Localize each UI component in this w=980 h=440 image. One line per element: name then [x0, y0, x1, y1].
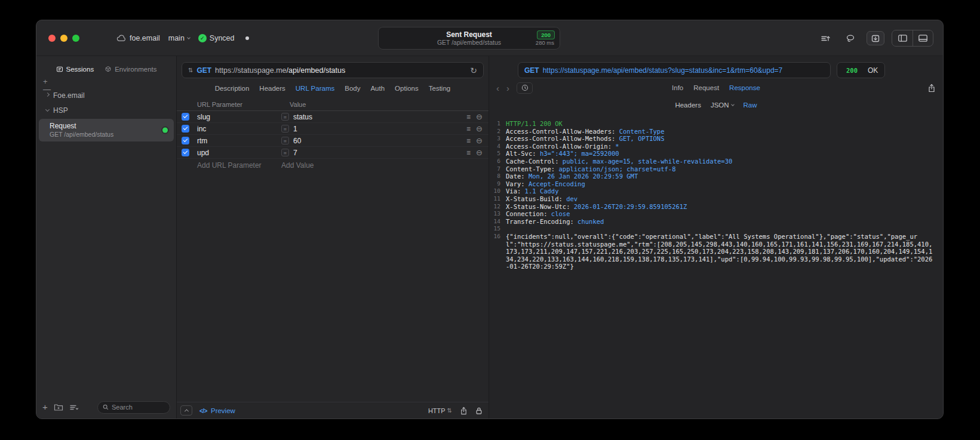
drag-handle-icon[interactable]: [466, 149, 471, 157]
sidebar-mini-controls: + —: [43, 78, 51, 93]
response-line: 9 Vary: Accept-Encoding: [491, 180, 936, 188]
subtab-json[interactable]: JSON: [711, 101, 734, 109]
drag-handle-icon[interactable]: [466, 125, 471, 133]
protocol-selector[interactable]: HTTP ⇅: [428, 407, 452, 414]
tab-environments[interactable]: Environments: [105, 66, 156, 73]
sent-request-pill[interactable]: Sent Request GET /api/embed/status 200 2…: [378, 27, 560, 50]
resend-request-icon[interactable]: ↻: [470, 66, 477, 75]
param-enabled-checkbox[interactable]: [182, 113, 189, 121]
protocol-label: HTTP: [428, 407, 446, 414]
tree-group-label: Foe.email: [53, 91, 85, 100]
param-value-field[interactable]: 7: [293, 149, 297, 157]
response-status-code: 200: [844, 60, 865, 81]
tab-auth[interactable]: Auth: [370, 85, 385, 92]
sent-request-title: Sent Request: [446, 30, 492, 39]
param-key-field[interactable]: upd: [197, 149, 281, 157]
remove-param-icon[interactable]: [476, 148, 483, 157]
preview-button[interactable]: Preview: [199, 407, 235, 414]
column-url-parameter: URL Parameter: [197, 101, 278, 108]
search-input[interactable]: Search: [97, 401, 170, 414]
add-param-value-placeholder[interactable]: Add Value: [281, 161, 314, 170]
toggle-sidebar-icon[interactable]: [892, 30, 913, 46]
drag-handle-icon[interactable]: [466, 113, 471, 121]
request-method[interactable]: GET: [196, 66, 211, 75]
tab-testing[interactable]: Testing: [429, 85, 450, 92]
response-line: 15: [491, 225, 936, 233]
drag-handle-icon[interactable]: [466, 137, 471, 145]
remove-param-icon[interactable]: [476, 136, 483, 145]
param-value-field[interactable]: status: [293, 113, 312, 121]
response-url-bar[interactable]: GET https://statuspage.me/api/embed/stat…: [518, 62, 831, 78]
expand-panel-button[interactable]: [180, 405, 192, 416]
request-list-item-selected[interactable]: Request GET /api/embed/status: [39, 119, 174, 141]
param-enabled-checkbox[interactable]: [182, 137, 189, 144]
ssl-lock-button[interactable]: [475, 407, 483, 415]
method-dropdown-icon[interactable]: ⇅: [188, 67, 193, 73]
add-param-key-placeholder[interactable]: Add URL Parameter: [197, 161, 281, 170]
tab-response[interactable]: Response: [729, 84, 760, 91]
param-key-field[interactable]: inc: [197, 125, 281, 133]
param-enabled-checkbox[interactable]: [182, 125, 189, 133]
sort-options-button[interactable]: [69, 404, 79, 411]
tab-sessions-label: Sessions: [66, 66, 94, 73]
history-forward-button[interactable]: ›: [506, 84, 509, 93]
toggle-bottom-panel-icon[interactable]: [913, 30, 933, 46]
line-number: 2: [491, 128, 506, 136]
response-line: 5 Alt-Svc: h3=":443"; ma=2592000: [491, 150, 936, 158]
tree-group-foe-email[interactable]: Foe.email: [36, 88, 176, 103]
param-value-field[interactable]: 1: [293, 125, 297, 133]
remove-param-icon[interactable]: [476, 124, 483, 133]
request-item-title: Request: [50, 122, 168, 130]
add-param-row: Add URL Parameter Add Value: [177, 159, 489, 172]
titlebar: foe.email main ✓ Synced Sent Request GET…: [36, 20, 943, 56]
response-url-row: GET https://statuspage.me/api/embed/stat…: [518, 62, 935, 78]
param-key-field[interactable]: rtm: [197, 137, 281, 145]
sliders-icon[interactable]: [816, 31, 834, 45]
request-url-path[interactable]: /api/embed/status: [287, 66, 346, 75]
response-url: https://statuspage.me/api/embed/status?s…: [543, 66, 783, 75]
tab-description[interactable]: Description: [215, 85, 250, 92]
share-request-button[interactable]: [460, 407, 468, 415]
tree-group-hsp[interactable]: HSP: [36, 103, 176, 118]
tab-body[interactable]: Body: [345, 85, 360, 92]
tab-info[interactable]: Info: [672, 84, 683, 91]
tab-headers[interactable]: Headers: [259, 85, 285, 92]
new-folder-button[interactable]: [54, 403, 63, 411]
minimize-window-button[interactable]: [60, 35, 67, 42]
sync-status[interactable]: ✓ Synced: [198, 34, 235, 42]
chevron-down-icon: [731, 103, 735, 106]
equals-icon: [281, 137, 289, 144]
param-enabled-checkbox[interactable]: [182, 149, 189, 156]
tab-options[interactable]: Options: [395, 85, 419, 92]
subtab-raw[interactable]: Raw: [744, 101, 757, 109]
response-line: 10 Via: 1.1 Caddy: [491, 187, 936, 195]
add-request-button[interactable]: +: [42, 403, 48, 411]
history-button[interactable]: [517, 82, 533, 94]
history-back-button[interactable]: ‹: [496, 84, 499, 93]
response-line: 13 Connection: close: [491, 210, 936, 218]
close-window-button[interactable]: [48, 35, 56, 42]
tab-url-params[interactable]: URL Params: [296, 85, 334, 92]
remove-param-icon[interactable]: [476, 112, 483, 121]
sessions-tree: Foe.email HSP Request GET /api/embed/sta…: [36, 78, 176, 396]
lasso-icon[interactable]: [841, 31, 859, 45]
request-url-bar[interactable]: ⇅ GET https://statuspage.me/api/embed/st…: [182, 62, 484, 78]
request-editor-tabs: Description Headers URL Params Body Auth…: [177, 78, 489, 99]
response-status-badge: 200 OK: [837, 62, 885, 78]
subtab-headers[interactable]: Headers: [675, 101, 701, 109]
layout-toggle-group: [892, 30, 933, 47]
line-number: 7: [491, 165, 506, 173]
response-raw-body[interactable]: 1 HTTP/1.1 200 OK 2 Access-Control-Allow…: [489, 113, 943, 419]
request-url-host[interactable]: https://statuspage.me: [215, 66, 287, 75]
tab-request[interactable]: Request: [693, 84, 719, 91]
share-icon: [927, 84, 936, 93]
zoom-window-button[interactable]: [72, 35, 79, 42]
export-response-button[interactable]: [927, 84, 936, 93]
branch-switcher[interactable]: main: [168, 34, 190, 42]
tab-sessions[interactable]: Sessions: [56, 66, 94, 73]
project-switcher[interactable]: foe.email: [116, 34, 160, 42]
import-panel-icon[interactable]: [867, 31, 884, 45]
app-window: foe.email main ✓ Synced Sent Request GET…: [36, 20, 944, 419]
param-key-field[interactable]: slug: [197, 113, 281, 121]
param-value-field[interactable]: 60: [293, 137, 301, 145]
